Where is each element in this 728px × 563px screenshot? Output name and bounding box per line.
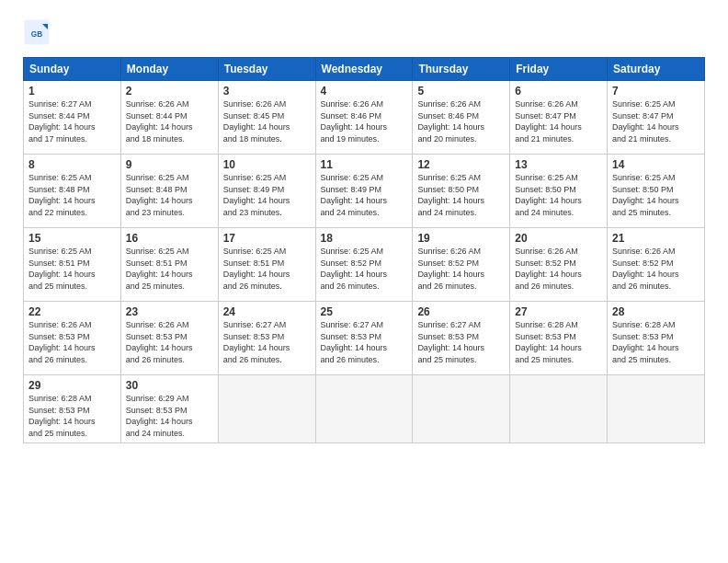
- calendar-cell: 22Sunrise: 6:26 AMSunset: 8:53 PMDayligh…: [24, 302, 121, 375]
- calendar-cell: [608, 375, 705, 443]
- calendar-cell: 4Sunrise: 6:26 AMSunset: 8:46 PMDaylight…: [315, 81, 413, 155]
- calendar-cell: 30Sunrise: 6:29 AMSunset: 8:53 PMDayligh…: [120, 375, 218, 443]
- calendar-cell: [315, 375, 413, 443]
- calendar-body: 1Sunrise: 6:27 AMSunset: 8:44 PMDaylight…: [24, 81, 705, 443]
- logo-icon: GB: [23, 18, 51, 46]
- day-number: 9: [126, 158, 213, 171]
- day-number: 22: [28, 305, 116, 318]
- cell-details: Sunrise: 6:25 AMSunset: 8:50 PMDaylight:…: [417, 172, 505, 218]
- calendar-cell: 28Sunrise: 6:28 AMSunset: 8:53 PMDayligh…: [608, 302, 705, 375]
- day-number: 16: [126, 232, 213, 245]
- svg-text:GB: GB: [31, 30, 42, 39]
- calendar-cell: 21Sunrise: 6:26 AMSunset: 8:52 PMDayligh…: [608, 228, 705, 302]
- col-header-thursday: Thursday: [413, 58, 510, 81]
- cell-details: Sunrise: 6:28 AMSunset: 8:53 PMDaylight:…: [515, 319, 602, 365]
- header-row: SundayMondayTuesdayWednesdayThursdayFrid…: [24, 58, 705, 81]
- day-number: 29: [28, 379, 116, 392]
- cell-details: Sunrise: 6:25 AMSunset: 8:51 PMDaylight:…: [126, 246, 213, 292]
- day-number: 28: [612, 305, 700, 318]
- cell-details: Sunrise: 6:25 AMSunset: 8:51 PMDaylight:…: [223, 246, 311, 292]
- calendar-cell: 23Sunrise: 6:26 AMSunset: 8:53 PMDayligh…: [120, 302, 218, 375]
- week-row-1: 1Sunrise: 6:27 AMSunset: 8:44 PMDaylight…: [24, 81, 705, 155]
- calendar-cell: 7Sunrise: 6:25 AMSunset: 8:47 PMDaylight…: [608, 81, 705, 155]
- day-number: 25: [321, 305, 408, 318]
- day-number: 1: [28, 85, 116, 98]
- day-number: 10: [223, 158, 311, 171]
- week-row-4: 22Sunrise: 6:26 AMSunset: 8:53 PMDayligh…: [24, 302, 705, 375]
- cell-details: Sunrise: 6:25 AMSunset: 8:50 PMDaylight:…: [612, 172, 700, 218]
- calendar-cell: 14Sunrise: 6:25 AMSunset: 8:50 PMDayligh…: [608, 155, 705, 228]
- week-row-2: 8Sunrise: 6:25 AMSunset: 8:48 PMDaylight…: [24, 155, 705, 228]
- calendar-cell: 6Sunrise: 6:26 AMSunset: 8:47 PMDaylight…: [510, 81, 608, 155]
- calendar-cell: 13Sunrise: 6:25 AMSunset: 8:50 PMDayligh…: [510, 155, 608, 228]
- col-header-friday: Friday: [510, 58, 608, 81]
- calendar-table: SundayMondayTuesdayWednesdayThursdayFrid…: [23, 57, 705, 443]
- day-number: 24: [223, 305, 311, 318]
- header: GB: [23, 18, 705, 46]
- cell-details: Sunrise: 6:25 AMSunset: 8:52 PMDaylight:…: [321, 246, 408, 292]
- cell-details: Sunrise: 6:29 AMSunset: 8:53 PMDaylight:…: [126, 393, 213, 439]
- calendar-cell: 11Sunrise: 6:25 AMSunset: 8:49 PMDayligh…: [315, 155, 413, 228]
- calendar-cell: [510, 375, 608, 443]
- cell-details: Sunrise: 6:26 AMSunset: 8:52 PMDaylight:…: [612, 246, 700, 292]
- day-number: 18: [321, 232, 408, 245]
- calendar-cell: 1Sunrise: 6:27 AMSunset: 8:44 PMDaylight…: [24, 81, 121, 155]
- day-number: 26: [417, 305, 505, 318]
- cell-details: Sunrise: 6:26 AMSunset: 8:52 PMDaylight:…: [417, 246, 505, 292]
- calendar-cell: 3Sunrise: 6:26 AMSunset: 8:45 PMDaylight…: [218, 81, 315, 155]
- day-number: 19: [417, 232, 505, 245]
- day-number: 4: [321, 85, 408, 98]
- calendar-cell: 26Sunrise: 6:27 AMSunset: 8:53 PMDayligh…: [413, 302, 510, 375]
- day-number: 27: [515, 305, 602, 318]
- calendar-cell: 20Sunrise: 6:26 AMSunset: 8:52 PMDayligh…: [510, 228, 608, 302]
- cell-details: Sunrise: 6:25 AMSunset: 8:48 PMDaylight:…: [28, 172, 116, 218]
- col-header-tuesday: Tuesday: [218, 58, 315, 81]
- calendar-cell: 27Sunrise: 6:28 AMSunset: 8:53 PMDayligh…: [510, 302, 608, 375]
- cell-details: Sunrise: 6:27 AMSunset: 8:53 PMDaylight:…: [417, 319, 505, 365]
- week-row-5: 29Sunrise: 6:28 AMSunset: 8:53 PMDayligh…: [24, 375, 705, 443]
- day-number: 6: [515, 85, 602, 98]
- calendar-cell: 10Sunrise: 6:25 AMSunset: 8:49 PMDayligh…: [218, 155, 315, 228]
- cell-details: Sunrise: 6:25 AMSunset: 8:51 PMDaylight:…: [28, 246, 116, 292]
- cell-details: Sunrise: 6:26 AMSunset: 8:53 PMDaylight:…: [28, 319, 116, 365]
- cell-details: Sunrise: 6:25 AMSunset: 8:49 PMDaylight:…: [223, 172, 311, 218]
- cell-details: Sunrise: 6:25 AMSunset: 8:49 PMDaylight:…: [321, 172, 408, 218]
- day-number: 20: [515, 232, 602, 245]
- calendar-header: SundayMondayTuesdayWednesdayThursdayFrid…: [24, 58, 705, 81]
- day-number: 13: [515, 158, 602, 171]
- day-number: 8: [28, 158, 116, 171]
- day-number: 14: [612, 158, 700, 171]
- week-row-3: 15Sunrise: 6:25 AMSunset: 8:51 PMDayligh…: [24, 228, 705, 302]
- calendar-cell: 16Sunrise: 6:25 AMSunset: 8:51 PMDayligh…: [120, 228, 218, 302]
- logo: GB: [23, 18, 54, 46]
- page: GB SundayMondayTuesdayWednesdayThursdayF…: [0, 0, 728, 563]
- calendar-cell: 5Sunrise: 6:26 AMSunset: 8:46 PMDaylight…: [413, 81, 510, 155]
- day-number: 7: [612, 85, 700, 98]
- calendar-cell: 25Sunrise: 6:27 AMSunset: 8:53 PMDayligh…: [315, 302, 413, 375]
- calendar-cell: 12Sunrise: 6:25 AMSunset: 8:50 PMDayligh…: [413, 155, 510, 228]
- day-number: 11: [321, 158, 408, 171]
- day-number: 21: [612, 232, 700, 245]
- calendar-cell: 15Sunrise: 6:25 AMSunset: 8:51 PMDayligh…: [24, 228, 121, 302]
- col-header-saturday: Saturday: [608, 58, 705, 81]
- cell-details: Sunrise: 6:26 AMSunset: 8:44 PMDaylight:…: [126, 98, 213, 144]
- cell-details: Sunrise: 6:27 AMSunset: 8:44 PMDaylight:…: [28, 98, 116, 144]
- day-number: 23: [126, 305, 213, 318]
- calendar-cell: [413, 375, 510, 443]
- cell-details: Sunrise: 6:26 AMSunset: 8:47 PMDaylight:…: [515, 98, 602, 144]
- day-number: 5: [417, 85, 505, 98]
- cell-details: Sunrise: 6:26 AMSunset: 8:46 PMDaylight:…: [417, 98, 505, 144]
- col-header-wednesday: Wednesday: [315, 58, 413, 81]
- day-number: 12: [417, 158, 505, 171]
- cell-details: Sunrise: 6:26 AMSunset: 8:52 PMDaylight:…: [515, 246, 602, 292]
- cell-details: Sunrise: 6:28 AMSunset: 8:53 PMDaylight:…: [612, 319, 700, 365]
- cell-details: Sunrise: 6:26 AMSunset: 8:53 PMDaylight:…: [126, 319, 213, 365]
- calendar-cell: 24Sunrise: 6:27 AMSunset: 8:53 PMDayligh…: [218, 302, 315, 375]
- calendar-cell: 9Sunrise: 6:25 AMSunset: 8:48 PMDaylight…: [120, 155, 218, 228]
- calendar-cell: 18Sunrise: 6:25 AMSunset: 8:52 PMDayligh…: [315, 228, 413, 302]
- cell-details: Sunrise: 6:27 AMSunset: 8:53 PMDaylight:…: [223, 319, 311, 365]
- cell-details: Sunrise: 6:27 AMSunset: 8:53 PMDaylight:…: [321, 319, 408, 365]
- day-number: 15: [28, 232, 116, 245]
- calendar-cell: 29Sunrise: 6:28 AMSunset: 8:53 PMDayligh…: [24, 375, 121, 443]
- cell-details: Sunrise: 6:26 AMSunset: 8:45 PMDaylight:…: [223, 98, 311, 144]
